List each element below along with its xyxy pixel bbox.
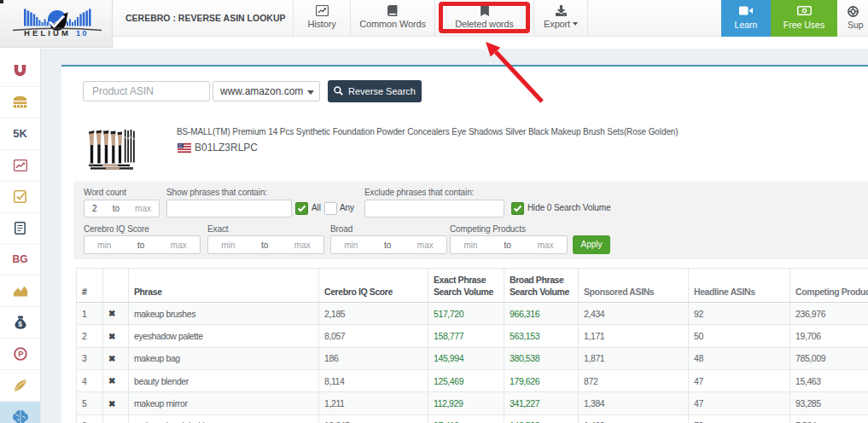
svg-text:10: 10 — [76, 28, 89, 38]
svg-text:HELIUM: HELIUM — [24, 28, 71, 38]
svg-text:$: $ — [18, 320, 22, 328]
svg-text:P: P — [18, 349, 24, 358]
